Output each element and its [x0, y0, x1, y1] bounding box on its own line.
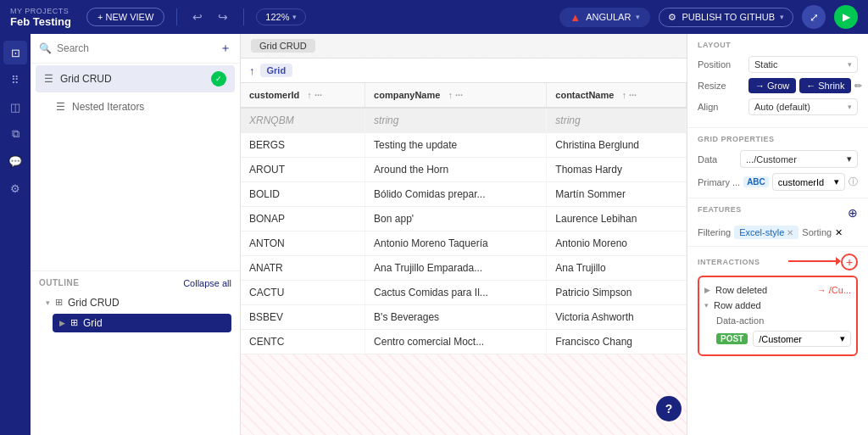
primary-key-value: customerId: [778, 177, 824, 187]
cell-customerId: CENTC: [241, 330, 365, 354]
position-label: Position: [698, 59, 748, 70]
zoom-selector[interactable]: 122% ▾: [256, 8, 306, 25]
info-icon[interactable]: ⓘ: [849, 176, 858, 188]
zoom-level: 122%: [265, 12, 289, 22]
shrink-button[interactable]: ← Shrink: [799, 78, 851, 93]
add-interaction-button[interactable]: +: [841, 254, 858, 270]
page-icon: ☰: [44, 73, 53, 85]
github-icon: ⚙: [668, 12, 676, 23]
publish-caret-icon: ▾: [780, 13, 784, 21]
share-button[interactable]: ⤢: [802, 5, 826, 29]
col-actions[interactable]: ↑ ···: [307, 90, 322, 100]
assets-icon[interactable]: ◫: [3, 95, 27, 119]
table-row[interactable]: ANTONAntonio Moreno TaqueríaAntonio More…: [241, 231, 687, 256]
resize-edit-button[interactable]: ✏: [854, 81, 862, 92]
angular-icon: ▲: [570, 11, 581, 24]
data-source-select[interactable]: .../Customer ▾: [740, 150, 858, 168]
table-row[interactable]: BERGSTesting the updateChristina Berglun…: [241, 133, 687, 158]
data-grid: customerId ↑ ··· companyName ↑ ··· conta…: [241, 83, 687, 354]
cell-contactName: Victoria Ashworth: [547, 305, 687, 330]
primary-type-badge: ABC: [743, 176, 769, 187]
table-row[interactable]: BOLIDBólido Comidas prepar...Martín Somm…: [241, 182, 687, 207]
search-input[interactable]: [57, 42, 214, 54]
project-info: MY PROJECTS Feb Testing: [10, 7, 71, 28]
table-row[interactable]: CACTUCactus Comidas para Il...Patricio S…: [241, 281, 687, 305]
settings-icon[interactable]: ⚙: [3, 176, 27, 200]
cell-companyName: Around the Horn: [365, 158, 547, 182]
cell-companyName: Testing the update: [365, 133, 547, 158]
table-row[interactable]: BONAPBon app'Laurence Lebihan: [241, 207, 687, 231]
chat-icon[interactable]: 💬: [3, 149, 27, 173]
features-section: FEATURES ⊕ Filtering Excel-style ✕ Sorti…: [687, 198, 868, 247]
table-header-row: customerId ↑ ··· companyName ↑ ··· conta…: [241, 83, 687, 108]
collapse-all-button[interactable]: Collapse all: [183, 278, 231, 288]
redo-icon[interactable]: ↪: [214, 7, 231, 27]
play-button[interactable]: ▶: [834, 5, 858, 29]
cell-customerId: CACTU: [241, 281, 365, 305]
align-select[interactable]: Auto (default) ▾: [748, 98, 858, 115]
components-icon[interactable]: ⠿: [3, 68, 27, 92]
col-actions[interactable]: ↑ ···: [448, 90, 463, 100]
undo-icon[interactable]: ↩: [189, 7, 206, 27]
grid-props-title: GRID PROPERTIES: [698, 135, 858, 143]
primary-key-select[interactable]: customerId ▾: [772, 173, 845, 191]
grid-container[interactable]: ↑ Grid customerId ↑ ··· companyName ↑ ·: [241, 59, 687, 435]
main-layout: ⊡ ⠿ ◫ ⧉ 💬 ⚙ 🔍 ＋ ☰ Grid CRUD ✓ ☰ Nested I…: [0, 34, 868, 435]
grid-icon: ⊞: [70, 317, 78, 328]
layout-section: LAYOUT Position Static ▾ Resize → Grow ←: [687, 34, 868, 128]
table-row[interactable]: BSBEVB's BeveragesVictoria Ashworth: [241, 305, 687, 330]
align-label: Align: [698, 102, 748, 112]
table-row[interactable]: CENTCCentro comercial Moct...Francisco C…: [241, 330, 687, 354]
pages-icon[interactable]: ⊡: [3, 41, 27, 64]
table-row[interactable]: AROUTAround the HornThomas Hardy: [241, 158, 687, 182]
cell-companyName: Antonio Moreno Taquería: [365, 231, 547, 256]
outline-item-grid[interactable]: ▶ ⊞ Grid: [53, 314, 231, 332]
layers-icon[interactable]: ⧉: [3, 122, 27, 146]
table-row[interactable]: XRNQBMstringstring: [241, 108, 687, 133]
layout-section-title: LAYOUT: [698, 41, 858, 49]
grow-button[interactable]: → Grow: [748, 78, 796, 93]
post-path-input[interactable]: /Customer ▾: [753, 331, 851, 347]
interactions-title: INTERACTIONS: [698, 258, 760, 266]
resize-controls: → Grow ← Shrink ✏: [748, 78, 862, 93]
arrow-indicator: [788, 260, 839, 262]
row-deleted-value: → /Cu...: [817, 285, 851, 295]
interaction-row-added[interactable]: ▾ Row added: [704, 298, 851, 313]
share-icon: ⤢: [810, 11, 819, 24]
shrink-icon: ←: [806, 81, 815, 91]
center-area: Grid CRUD ↑ Grid customerId ↑ ···: [241, 34, 687, 435]
framework-selector[interactable]: ▲ ANGULAR ▾: [559, 8, 650, 27]
sidebar-spacer: [31, 120, 240, 270]
post-badge: POST: [716, 333, 748, 344]
cell-contactName: string: [547, 108, 687, 133]
add-feature-button[interactable]: ⊕: [848, 206, 858, 220]
cell-contactName: Thomas Hardy: [547, 158, 687, 182]
sidebar-item-grid-crud[interactable]: ☰ Grid CRUD ✓: [36, 65, 235, 92]
col-header-companyName: companyName ↑ ···: [365, 83, 547, 108]
filtering-label: Filtering: [698, 227, 731, 237]
publish-button[interactable]: ⚙ PUBLISH TO GITHUB ▾: [659, 8, 793, 27]
outline-item-label: Grid CRUD: [68, 297, 120, 309]
outline-item-grid-crud[interactable]: ▾ ⊞ Grid CRUD: [39, 293, 231, 312]
align-caret-icon: ▾: [848, 103, 852, 111]
table-row[interactable]: ANATRAna Trujillo Emparada...Ana Trujill…: [241, 256, 687, 281]
excel-style-close-icon[interactable]: ✕: [787, 228, 793, 237]
col-actions[interactable]: ↑ ···: [621, 90, 637, 100]
new-view-button[interactable]: + NEW VIEW: [86, 8, 164, 26]
divider: [176, 8, 177, 25]
position-select[interactable]: Static ▾: [748, 56, 858, 73]
framework-label: ANGULAR: [586, 12, 631, 22]
primary-caret-icon: ▾: [834, 176, 839, 187]
sidebar-item-nested-iterators[interactable]: ☰ Nested Iterators: [36, 96, 235, 118]
cell-contactName: Martín Sommer: [547, 182, 687, 207]
resize-row: Resize → Grow ← Shrink ✏: [698, 78, 858, 93]
add-page-button[interactable]: ＋: [220, 41, 231, 56]
play-icon: ▶: [843, 11, 850, 23]
iconbar: ⊡ ⠿ ◫ ⧉ 💬 ⚙: [0, 34, 31, 435]
sorting-close-icon[interactable]: ✕: [835, 227, 843, 238]
cell-companyName: B's Beverages: [365, 305, 547, 330]
my-projects-label: MY PROJECTS: [10, 7, 71, 15]
interaction-row-deleted[interactable]: ▶ Row deleted → /Cu...: [704, 282, 851, 298]
post-action-row: POST /Customer ▾: [704, 328, 851, 349]
help-button[interactable]: ?: [656, 396, 682, 421]
